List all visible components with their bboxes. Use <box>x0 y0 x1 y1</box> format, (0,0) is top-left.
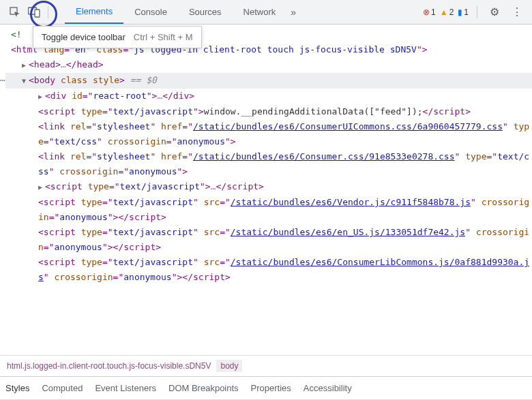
message-icon: ▮ <box>458 7 462 17</box>
doctype: <! <box>11 29 22 40</box>
styles-tab-computed[interactable]: Computed <box>42 383 83 393</box>
warning-badge[interactable]: ▲ 2 <box>440 7 454 17</box>
toolbar-divider <box>477 6 477 18</box>
tooltip: Toggle device toolbar Ctrl + Shift + M <box>33 26 202 48</box>
expand-arrow-icon[interactable]: ▶ <box>38 180 45 195</box>
dom-line[interactable]: ▶<div id="react-root">…</div> <box>5 89 532 104</box>
tab-console[interactable]: Console <box>123 0 178 24</box>
tab-sources[interactable]: Sources <box>178 0 233 24</box>
script-text: window.__pendingAdditionalData(["feed"])… <box>204 106 423 117</box>
styles-tabs: Styles Computed Event Listeners DOM Brea… <box>0 376 532 399</box>
breadcrumb: html.js.logged-in.client-root.touch.js-f… <box>0 355 532 376</box>
panel-tabs: Elements Console Sources Network » <box>65 0 300 24</box>
dom-line[interactable]: <link rel="stylesheet" href="/static/bun… <box>5 119 532 149</box>
styles-tab-accessibility[interactable]: Accessibility <box>304 383 352 393</box>
inspect-element-icon[interactable] <box>5 3 25 22</box>
styles-tab-dom-breakpoints[interactable]: DOM Breakpoints <box>168 383 239 393</box>
href-link[interactable]: /static/bundles/es6/Consumer.css/91e8533… <box>193 151 455 161</box>
message-badge[interactable]: ▮ 1 <box>458 7 469 17</box>
collapse-arrow-icon[interactable]: ▼ <box>22 74 29 89</box>
dom-line-selected[interactable]: ▼<body class style> == $0 <box>5 73 532 89</box>
styles-tab-event-listeners[interactable]: Event Listeners <box>95 383 156 393</box>
message-count: 1 <box>464 7 469 17</box>
warning-count: 2 <box>449 7 454 17</box>
styles-tab-styles[interactable]: Styles <box>5 383 29 393</box>
styles-tab-properties[interactable]: Properties <box>251 383 291 393</box>
breadcrumb-item[interactable]: html.js.logged-in.client-root.touch.js-f… <box>7 361 211 371</box>
expand-arrow-icon[interactable]: ▶ <box>22 58 29 73</box>
more-menu-icon[interactable]: ⋮ <box>507 5 527 18</box>
settings-icon[interactable]: ⚙ <box>486 5 503 18</box>
dom-line[interactable]: <script type="text/javascript" src="/sta… <box>5 255 532 285</box>
devtools-toolbar: Elements Console Sources Network » ⊗ 1 ▲… <box>0 0 532 25</box>
dom-line[interactable]: ▶<script type="text/javascript">…</scrip… <box>5 179 532 195</box>
dom-line[interactable]: <script type="text/javascript" src="/sta… <box>5 225 532 255</box>
error-icon: ⊗ <box>423 7 430 17</box>
tab-elements[interactable]: Elements <box>65 0 123 24</box>
tooltip-shortcut: Ctrl + Shift + M <box>134 32 193 42</box>
toolbar-right: ⊗ 1 ▲ 2 ▮ 1 ⚙ ⋮ <box>423 5 527 18</box>
toggle-device-toolbar-icon[interactable] <box>25 3 44 22</box>
elements-tree[interactable]: <! <html lang="en" class="js logged-in c… <box>0 25 532 355</box>
tooltip-label: Toggle device toolbar <box>42 32 125 42</box>
eq0-marker: == $0 <box>125 75 157 85</box>
warning-icon: ▲ <box>440 7 448 17</box>
href-link[interactable]: /static/bundles/es6/ConsumerUICommons.cs… <box>193 121 503 132</box>
error-count: 1 <box>431 7 436 17</box>
dom-line[interactable]: ▶<head>…</head> <box>5 57 532 73</box>
breadcrumb-item-active[interactable]: body <box>216 360 242 372</box>
more-tabs-icon[interactable]: » <box>286 7 300 18</box>
src-link[interactable]: /static/bundles/es6/en_US.js/133051df7e4… <box>231 227 465 237</box>
tab-network[interactable]: Network <box>233 0 287 24</box>
error-badge[interactable]: ⊗ 1 <box>423 7 436 17</box>
toolbar-divider <box>48 6 48 18</box>
svg-rect-2 <box>35 10 40 17</box>
dom-line[interactable]: <link rel="stylesheet" href="/static/bun… <box>5 149 532 179</box>
expand-arrow-icon[interactable]: ▶ <box>38 89 45 104</box>
dom-line[interactable]: <script type="text/javascript" src="/sta… <box>5 195 532 225</box>
src-link[interactable]: /static/bundles/es6/Vendor.js/c911f5848b… <box>231 197 471 207</box>
dom-line[interactable]: <script type="text/javascript">window.__… <box>5 104 532 119</box>
